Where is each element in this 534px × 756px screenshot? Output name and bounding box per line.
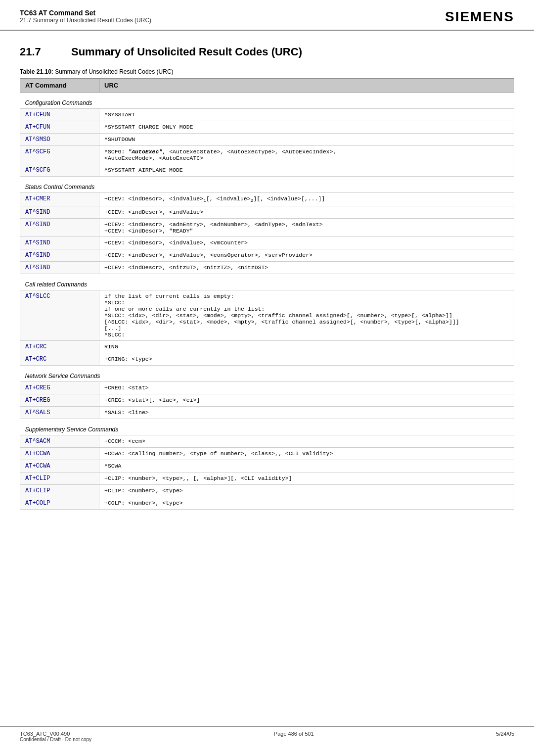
urc-cell: +CRING: <type> (99, 353, 514, 366)
footer-page: Page 486 of 501 (274, 731, 314, 737)
at-command-cell: AT+CCWA (20, 448, 99, 460)
siemens-logo: SIEMENS (445, 9, 514, 25)
urc-cell: +CCWA: <calling number>, <type of number… (99, 448, 514, 460)
table-row: AT+CLIP+CLIP: <number>, <type>,, [, <alp… (20, 472, 514, 485)
table-row: AT^SIND+CIEV: <indDescr>, <adnEntry>, <a… (20, 219, 514, 237)
at-command-cell: AT^SLCC (20, 290, 99, 341)
urc-cell: +CIEV: <indDescr>, <indValue>1[, <indVal… (99, 193, 514, 206)
table-caption: Table 21.10: Summary of Unsolicited Resu… (20, 68, 514, 75)
at-command-cell: AT^SALS (20, 407, 99, 419)
at-command-cell: AT+CFUN (20, 121, 99, 134)
table-row: AT+CREG+CREG: <stat> (20, 382, 514, 394)
at-command-cell: AT+CRC (20, 353, 99, 366)
at-command-cell: AT+CLIP (20, 485, 99, 497)
doc-subtitle: 21.7 Summary of Unsolicited Result Codes… (20, 17, 151, 24)
table-row: AT+CCWA^SCWA (20, 460, 514, 472)
footer-confidential: Confidential / Draft - Do not copy (20, 737, 91, 742)
header-left: TC63 AT Command Set 21.7 Summary of Unso… (20, 9, 151, 24)
table-row: AT^SIND+CIEV: <indDescr>, <indValue> (20, 206, 514, 219)
category-row: Status Control Commands (20, 177, 514, 193)
footer-right: 5/24/05 (496, 731, 514, 742)
at-command-cell: AT+CREG (20, 382, 99, 394)
footer-center: Page 486 of 501 (274, 731, 314, 742)
table-row: AT+CFUN^SYSSTART CHARGE ONLY MODE (20, 121, 514, 134)
urc-cell: +CIEV: <indDescr>, <nitzUT>, <nitzTZ>, <… (99, 262, 514, 274)
urc-cell: +CIEV: <indDescr>, <adnEntry>, <adnNumbe… (99, 219, 514, 237)
urc-cell: ^SYSSTART CHARGE ONLY MODE (99, 121, 514, 134)
urc-cell: ^SHUTDOWN (99, 134, 514, 146)
at-command-cell: AT+CRC (20, 341, 99, 353)
doc-title: TC63 AT Command Set (20, 9, 151, 17)
urc-table: AT Command URC Configuration CommandsAT+… (20, 78, 514, 510)
urc-cell: +CIEV: <indDescr>, <indValue>, <eonsOper… (99, 249, 514, 262)
table-row: AT+CCWA+CCWA: <calling number>, <type of… (20, 448, 514, 460)
table-row: AT^SIND+CIEV: <indDescr>, <indValue>, <v… (20, 237, 514, 249)
category-row: Network Service Commands (20, 366, 514, 382)
at-command-cell: AT+CREG (20, 394, 99, 407)
at-command-cell: AT^SIND (20, 237, 99, 249)
at-command-cell: AT^SIND (20, 219, 99, 237)
at-command-cell: AT+CFUN (20, 109, 99, 121)
footer-date: 5/24/05 (496, 731, 514, 737)
at-command-cell: AT^SMSO (20, 134, 99, 146)
category-row: Call related Commands (20, 274, 514, 290)
table-row: AT^SLCCif the list of current calls is e… (20, 290, 514, 341)
urc-cell: ^SCWA (99, 460, 514, 472)
table-row: AT+CRCRING (20, 341, 514, 353)
table-caption-text: Summary of Unsolicited Result Codes (URC… (55, 68, 173, 75)
table-row: AT+CLIP+CLIP: <number>, <type> (20, 485, 514, 497)
urc-cell: +CLIP: <number>, <type> (99, 485, 514, 497)
table-row: AT^SCFG^SYSSTART AIRPLANE MODE (20, 164, 514, 177)
urc-cell: +CIEV: <indDescr>, <indValue>, <vmCounte… (99, 237, 514, 249)
at-command-cell: AT+CLIP (20, 472, 99, 485)
table-caption-label: Table 21.10: (20, 68, 53, 75)
urc-cell: if the list of current calls is empty:^S… (99, 290, 514, 341)
table-row: AT+COLP+COLP: <number>, <type> (20, 497, 514, 510)
urc-cell: ^SYSSTART AIRPLANE MODE (99, 164, 514, 177)
footer-doc-id: TC63_ATC_V00.490 (20, 731, 70, 737)
at-command-cell: AT^SACM (20, 435, 99, 448)
at-command-cell: AT^SIND (20, 206, 99, 219)
at-command-cell: AT^SIND (20, 262, 99, 274)
table-row: AT^SACM+CCCM: <ccm> (20, 435, 514, 448)
table-row: AT^SMSO^SHUTDOWN (20, 134, 514, 146)
urc-cell: +CCCM: <ccm> (99, 435, 514, 448)
table-row: AT+CREG+CREG: <stat>[, <lac>, <ci>] (20, 394, 514, 407)
urc-cell: ^SYSSTART (99, 109, 514, 121)
urc-cell: ^SALS: <line> (99, 407, 514, 419)
at-command-cell: AT+CCWA (20, 460, 99, 472)
page-footer: TC63_ATC_V00.490 Confidential / Draft - … (0, 726, 534, 746)
table-row: AT^SIND+CIEV: <indDescr>, <indValue>, <e… (20, 249, 514, 262)
table-row: AT^SALS^SALS: <line> (20, 407, 514, 419)
section-number: 21.7 (20, 46, 59, 58)
table-row: AT+CMER+CIEV: <indDescr>, <indValue>1[, … (20, 193, 514, 206)
table-row: AT^SIND+CIEV: <indDescr>, <nitzUT>, <nit… (20, 262, 514, 274)
at-command-cell: AT+CMER (20, 193, 99, 206)
table-row: AT+CFUN^SYSSTART (20, 109, 514, 121)
category-row: Supplementary Service Commands (20, 419, 514, 435)
page-header: TC63 AT Command Set 21.7 Summary of Unso… (0, 0, 534, 31)
header-right: SIEMENS (445, 9, 514, 25)
table-row: AT+CRC+CRING: <type> (20, 353, 514, 366)
urc-cell: ^SCFG: "AutoExec", <AutoExecState>, <Aut… (99, 146, 514, 164)
urc-cell: +CREG: <stat>[, <lac>, <ci>] (99, 394, 514, 407)
urc-cell: +CREG: <stat> (99, 382, 514, 394)
at-command-cell: AT^SIND (20, 249, 99, 262)
footer-left: TC63_ATC_V00.490 Confidential / Draft - … (20, 731, 91, 742)
category-row: Configuration Commands (20, 93, 514, 109)
urc-cell: +CLIP: <number>, <type>,, [, <alpha>][, … (99, 472, 514, 485)
urc-cell: +COLP: <number>, <type> (99, 497, 514, 510)
main-content: 21.7 Summary of Unsolicited Result Codes… (0, 31, 534, 559)
at-command-cell: AT^SCFG (20, 164, 99, 177)
col-header-at: AT Command (20, 79, 99, 93)
section-heading: 21.7 Summary of Unsolicited Result Codes… (20, 46, 514, 58)
urc-cell: RING (99, 341, 514, 353)
at-command-cell: AT+COLP (20, 497, 99, 510)
section-title: Summary of Unsolicited Result Codes (URC… (71, 46, 302, 58)
table-row: AT^SCFG^SCFG: "AutoExec", <AutoExecState… (20, 146, 514, 164)
urc-cell: +CIEV: <indDescr>, <indValue> (99, 206, 514, 219)
col-header-urc: URC (99, 79, 514, 93)
at-command-cell: AT^SCFG (20, 146, 99, 164)
